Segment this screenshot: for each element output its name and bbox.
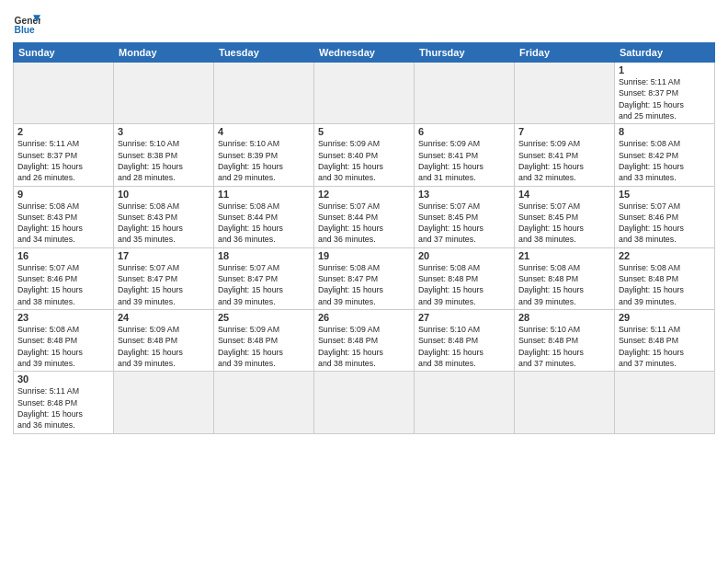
calendar-cell: 22Sunrise: 5:08 AM Sunset: 8:48 PM Dayli…: [615, 247, 715, 309]
calendar-cell: 30Sunrise: 5:11 AM Sunset: 8:48 PM Dayli…: [14, 372, 114, 433]
calendar-cell: [615, 372, 715, 433]
calendar-cell: 5Sunrise: 5:09 AM Sunset: 8:40 PM Daylig…: [314, 124, 415, 186]
calendar-cell: [114, 63, 214, 124]
day-info: Sunrise: 5:07 AM Sunset: 8:46 PM Dayligh…: [17, 262, 109, 307]
day-number: 17: [118, 250, 210, 261]
weekday-header-thursday: Thursday: [415, 43, 515, 63]
day-info: Sunrise: 5:09 AM Sunset: 8:48 PM Dayligh…: [118, 324, 210, 369]
calendar-week-row: 16Sunrise: 5:07 AM Sunset: 8:46 PM Dayli…: [14, 247, 715, 309]
calendar-cell: 10Sunrise: 5:08 AM Sunset: 8:43 PM Dayli…: [114, 186, 214, 247]
calendar-cell: 6Sunrise: 5:09 AM Sunset: 8:41 PM Daylig…: [415, 124, 515, 186]
day-number: 21: [518, 250, 610, 261]
day-number: 19: [318, 250, 410, 261]
day-number: 11: [218, 189, 310, 200]
day-number: 24: [118, 312, 210, 323]
calendar-cell: 7Sunrise: 5:09 AM Sunset: 8:41 PM Daylig…: [515, 124, 615, 186]
day-number: 6: [418, 126, 510, 137]
calendar-table: SundayMondayTuesdayWednesdayThursdayFrid…: [13, 42, 715, 434]
calendar-cell: [415, 63, 515, 124]
day-number: 29: [619, 312, 711, 323]
weekday-header-wednesday: Wednesday: [314, 43, 415, 63]
logo: General Blue: [13, 9, 40, 37]
day-number: 23: [17, 312, 109, 323]
day-number: 12: [318, 189, 410, 200]
day-info: Sunrise: 5:10 AM Sunset: 8:48 PM Dayligh…: [418, 324, 510, 369]
calendar-cell: 19Sunrise: 5:08 AM Sunset: 8:47 PM Dayli…: [314, 247, 415, 309]
day-number: 10: [118, 189, 210, 200]
day-info: Sunrise: 5:07 AM Sunset: 8:47 PM Dayligh…: [218, 262, 310, 307]
day-info: Sunrise: 5:08 AM Sunset: 8:43 PM Dayligh…: [17, 201, 109, 246]
day-info: Sunrise: 5:11 AM Sunset: 8:48 PM Dayligh…: [17, 385, 109, 431]
day-info: Sunrise: 5:07 AM Sunset: 8:47 PM Dayligh…: [118, 262, 210, 307]
day-info: Sunrise: 5:09 AM Sunset: 8:41 PM Dayligh…: [518, 138, 610, 183]
day-number: 14: [518, 189, 610, 200]
header: General Blue: [13, 9, 715, 37]
day-info: Sunrise: 5:07 AM Sunset: 8:45 PM Dayligh…: [518, 201, 610, 246]
calendar-week-row: 23Sunrise: 5:08 AM Sunset: 8:48 PM Dayli…: [14, 310, 715, 372]
day-info: Sunrise: 5:07 AM Sunset: 8:45 PM Dayligh…: [418, 201, 510, 246]
calendar-cell: 28Sunrise: 5:10 AM Sunset: 8:48 PM Dayli…: [515, 310, 615, 372]
day-number: 28: [518, 312, 610, 323]
day-info: Sunrise: 5:10 AM Sunset: 8:38 PM Dayligh…: [118, 138, 210, 183]
calendar-cell: [314, 63, 415, 124]
day-info: Sunrise: 5:08 AM Sunset: 8:48 PM Dayligh…: [619, 262, 711, 307]
calendar-cell: [214, 372, 314, 433]
weekday-header-sunday: Sunday: [14, 43, 114, 63]
day-number: 18: [218, 250, 310, 261]
calendar-cell: 27Sunrise: 5:10 AM Sunset: 8:48 PM Dayli…: [415, 310, 515, 372]
svg-text:Blue: Blue: [15, 25, 36, 35]
calendar-cell: 9Sunrise: 5:08 AM Sunset: 8:43 PM Daylig…: [14, 186, 114, 247]
calendar-week-row: 30Sunrise: 5:11 AM Sunset: 8:48 PM Dayli…: [14, 372, 715, 433]
calendar-cell: 15Sunrise: 5:07 AM Sunset: 8:46 PM Dayli…: [615, 186, 715, 247]
calendar-week-row: 1Sunrise: 5:11 AM Sunset: 8:37 PM Daylig…: [14, 63, 715, 124]
day-info: Sunrise: 5:08 AM Sunset: 8:48 PM Dayligh…: [518, 262, 610, 307]
calendar-cell: 1Sunrise: 5:11 AM Sunset: 8:37 PM Daylig…: [615, 63, 715, 124]
day-number: 1: [619, 64, 711, 75]
calendar-cell: 16Sunrise: 5:07 AM Sunset: 8:46 PM Dayli…: [14, 247, 114, 309]
day-info: Sunrise: 5:09 AM Sunset: 8:48 PM Dayligh…: [218, 324, 310, 369]
day-info: Sunrise: 5:09 AM Sunset: 8:41 PM Dayligh…: [418, 138, 510, 183]
calendar-cell: 21Sunrise: 5:08 AM Sunset: 8:48 PM Dayli…: [515, 247, 615, 309]
day-info: Sunrise: 5:09 AM Sunset: 8:48 PM Dayligh…: [318, 324, 410, 369]
calendar-cell: 17Sunrise: 5:07 AM Sunset: 8:47 PM Dayli…: [114, 247, 214, 309]
calendar-cell: 20Sunrise: 5:08 AM Sunset: 8:48 PM Dayli…: [415, 247, 515, 309]
day-info: Sunrise: 5:08 AM Sunset: 8:48 PM Dayligh…: [17, 324, 109, 369]
calendar-week-row: 2Sunrise: 5:11 AM Sunset: 8:37 PM Daylig…: [14, 124, 715, 186]
day-number: 8: [619, 126, 711, 137]
day-number: 16: [17, 250, 109, 261]
day-number: 13: [418, 189, 510, 200]
calendar-cell: 25Sunrise: 5:09 AM Sunset: 8:48 PM Dayli…: [214, 310, 314, 372]
calendar-cell: 18Sunrise: 5:07 AM Sunset: 8:47 PM Dayli…: [214, 247, 314, 309]
calendar-cell: 11Sunrise: 5:08 AM Sunset: 8:44 PM Dayli…: [214, 186, 314, 247]
calendar-cell: 13Sunrise: 5:07 AM Sunset: 8:45 PM Dayli…: [415, 186, 515, 247]
calendar-cell: 29Sunrise: 5:11 AM Sunset: 8:48 PM Dayli…: [615, 310, 715, 372]
day-number: 30: [17, 373, 109, 385]
calendar-week-row: 9Sunrise: 5:08 AM Sunset: 8:43 PM Daylig…: [14, 186, 715, 247]
day-info: Sunrise: 5:08 AM Sunset: 8:44 PM Dayligh…: [218, 201, 310, 246]
day-number: 3: [118, 126, 210, 137]
calendar-cell: 8Sunrise: 5:08 AM Sunset: 8:42 PM Daylig…: [615, 124, 715, 186]
day-info: Sunrise: 5:08 AM Sunset: 8:43 PM Dayligh…: [118, 201, 210, 246]
day-info: Sunrise: 5:11 AM Sunset: 8:37 PM Dayligh…: [619, 76, 711, 121]
day-number: 25: [218, 312, 310, 323]
calendar-cell: [214, 63, 314, 124]
day-info: Sunrise: 5:10 AM Sunset: 8:39 PM Dayligh…: [218, 138, 310, 183]
weekday-header-tuesday: Tuesday: [214, 43, 314, 63]
calendar-cell: [415, 372, 515, 433]
calendar-cell: 2Sunrise: 5:11 AM Sunset: 8:37 PM Daylig…: [14, 124, 114, 186]
day-number: 22: [619, 250, 711, 261]
weekday-header-monday: Monday: [114, 43, 214, 63]
day-info: Sunrise: 5:08 AM Sunset: 8:48 PM Dayligh…: [418, 262, 510, 307]
calendar-cell: 24Sunrise: 5:09 AM Sunset: 8:48 PM Dayli…: [114, 310, 214, 372]
weekday-header-friday: Friday: [515, 43, 615, 63]
day-number: 15: [619, 189, 711, 200]
day-info: Sunrise: 5:08 AM Sunset: 8:42 PM Dayligh…: [619, 138, 711, 183]
day-info: Sunrise: 5:11 AM Sunset: 8:48 PM Dayligh…: [619, 324, 711, 369]
calendar-cell: 23Sunrise: 5:08 AM Sunset: 8:48 PM Dayli…: [14, 310, 114, 372]
calendar-cell: 12Sunrise: 5:07 AM Sunset: 8:44 PM Dayli…: [314, 186, 415, 247]
calendar-cell: [14, 63, 114, 124]
day-number: 5: [318, 126, 410, 137]
day-info: Sunrise: 5:07 AM Sunset: 8:46 PM Dayligh…: [619, 201, 711, 246]
generalblue-logo-icon: General Blue: [13, 9, 40, 37]
day-number: 27: [418, 312, 510, 323]
